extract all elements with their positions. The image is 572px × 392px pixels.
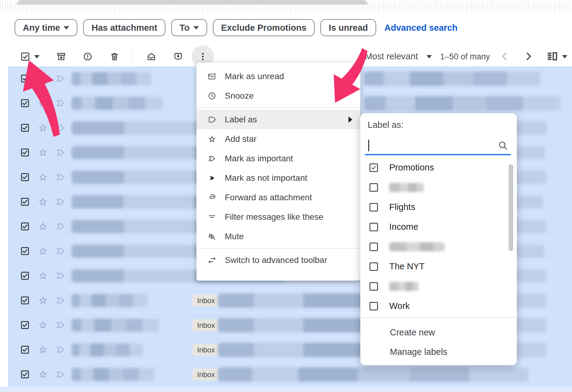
importance-marker-icon[interactable] (55, 295, 66, 306)
redacted-sender-text (72, 368, 154, 381)
menu-item-switch-to-advanced-toolbar[interactable]: Switch to advanced toolbar (196, 250, 360, 270)
toolbar-divider (131, 51, 132, 63)
delete-button[interactable] (109, 51, 120, 62)
label-name: Work (389, 301, 410, 311)
label-row-the-nyt[interactable]: The NYT (360, 257, 517, 276)
importance-marker-icon[interactable] (55, 147, 66, 158)
menu-item-mute[interactable]: Mute (196, 227, 360, 246)
create-new-label-button[interactable]: Create new (360, 323, 517, 342)
label-search-input[interactable] (365, 137, 496, 152)
star-icon[interactable] (37, 295, 48, 306)
menu-item-label: Snooze (225, 91, 254, 101)
filter-chip-is-unread[interactable]: Is unread (320, 19, 376, 36)
split-pane-caret-icon[interactable] (562, 55, 567, 58)
importance-marker-icon[interactable] (55, 369, 66, 380)
row-checkbox-checked[interactable] (20, 271, 30, 281)
label-row-work[interactable]: Work (360, 296, 517, 316)
filter-chip-to[interactable]: To (171, 19, 207, 36)
sort-caret-icon[interactable] (426, 55, 432, 58)
checkbox-unchecked[interactable] (369, 183, 378, 192)
star-icon[interactable] (37, 270, 48, 281)
redacted-subject-text (364, 72, 541, 86)
label-row-redacted[interactable] (360, 177, 517, 197)
checkbox-checked[interactable] (369, 163, 378, 172)
star-icon[interactable] (37, 147, 48, 158)
row-checkbox-checked[interactable] (20, 197, 30, 207)
label-row-flights[interactable]: Flights (360, 197, 517, 217)
menu-item-label-as[interactable]: Label as (196, 110, 360, 129)
move-to-button[interactable] (173, 51, 183, 62)
inbox-label-chip: Inbox (192, 344, 220, 356)
mark-as-read-button[interactable] (146, 51, 157, 62)
importance-marker-icon[interactable] (55, 320, 66, 331)
pagination-count: 1–50 of many (440, 52, 490, 61)
label-tag-icon (207, 115, 217, 124)
row-checkbox-checked[interactable] (20, 148, 30, 157)
inbox-label-chip: Inbox (192, 319, 220, 331)
checkbox-unchecked[interactable] (369, 282, 378, 291)
row-checkbox-checked[interactable] (20, 369, 30, 379)
label-list-scrollbar[interactable] (509, 164, 513, 251)
filter-chip-label: Exclude Promotions (221, 23, 306, 33)
filter-chip-any-time[interactable]: Any time (15, 19, 77, 36)
redacted-sender-text (72, 319, 159, 332)
checkbox-unchecked[interactable] (369, 262, 378, 271)
redacted-subject-text (364, 96, 561, 110)
checkbox-unchecked[interactable] (369, 243, 378, 251)
star-icon[interactable] (37, 344, 48, 355)
label-row-redacted[interactable] (360, 276, 517, 296)
browser-window-top-edge (17, 0, 368, 5)
label-name: Flights (389, 202, 415, 212)
label-row-promotions[interactable]: Promotions (360, 158, 517, 177)
star-icon[interactable] (37, 369, 48, 380)
importance-marker-icon[interactable] (55, 270, 66, 281)
menu-item-filter-messages-like-these[interactable]: Filter messages like these (196, 207, 360, 227)
filter-chip-label: Has attachment (91, 23, 157, 33)
menu-divider (196, 248, 360, 249)
menu-item-forward-as-attachment[interactable]: Forward as attachment (196, 188, 360, 207)
star-icon[interactable] (37, 221, 48, 232)
menu-item-mark-as-not-important[interactable]: Mark as not important (196, 168, 360, 188)
importance-marker-icon[interactable] (55, 196, 66, 207)
filter-chip-has-attachment[interactable]: Has attachment (83, 19, 165, 36)
row-checkbox-checked[interactable] (20, 345, 30, 355)
email-row[interactable]: Inbox (8, 362, 572, 387)
checkbox-unchecked[interactable] (369, 302, 378, 310)
row-checkbox-checked[interactable] (20, 222, 30, 231)
label-row-income[interactable]: Income (360, 217, 517, 237)
split-pane-toggle-icon[interactable] (546, 51, 558, 62)
list-bottom-edge (0, 387, 572, 392)
row-checkbox-checked[interactable] (20, 172, 30, 182)
star-icon[interactable] (37, 196, 48, 207)
importance-marker-icon[interactable] (55, 172, 66, 183)
label-name: The NYT (389, 261, 425, 271)
star-icon[interactable] (37, 320, 48, 331)
importance-marker-icon[interactable] (55, 221, 66, 232)
previous-page-button[interactable] (499, 51, 510, 62)
filter-chip-label: To (179, 23, 189, 33)
report-spam-button[interactable] (83, 51, 93, 62)
panel-actions: Create new Manage labels (360, 323, 517, 362)
importance-marker-icon[interactable] (55, 344, 66, 355)
menu-item-label: Add star (225, 134, 256, 144)
importance-marker-icon[interactable] (55, 246, 66, 257)
checkbox-unchecked[interactable] (369, 203, 378, 212)
filter-icon (207, 212, 217, 222)
manage-labels-button[interactable]: Manage labels (360, 342, 517, 362)
advanced-search-link[interactable]: Advanced search (384, 23, 457, 33)
annotation-arrow-select-all (17, 52, 69, 143)
next-page-button[interactable] (523, 51, 534, 62)
row-checkbox-checked[interactable] (20, 320, 30, 330)
menu-item-add-star[interactable]: Add star (196, 129, 360, 149)
row-checkbox-checked[interactable] (20, 296, 30, 305)
row-checkbox-checked[interactable] (20, 246, 30, 256)
label-name: Income (389, 222, 418, 232)
star-icon[interactable] (37, 172, 48, 183)
menu-item-mark-as-important[interactable]: Mark as important (196, 149, 360, 168)
filter-chip-exclude-promotions[interactable]: Exclude Promotions (213, 19, 315, 36)
label-row-redacted[interactable] (360, 237, 517, 257)
label-search-field[interactable] (365, 137, 511, 155)
search-filter-bar: Any timeHas attachmentToExclude Promotio… (15, 19, 457, 37)
star-icon[interactable] (37, 246, 48, 257)
checkbox-unchecked[interactable] (369, 223, 378, 231)
